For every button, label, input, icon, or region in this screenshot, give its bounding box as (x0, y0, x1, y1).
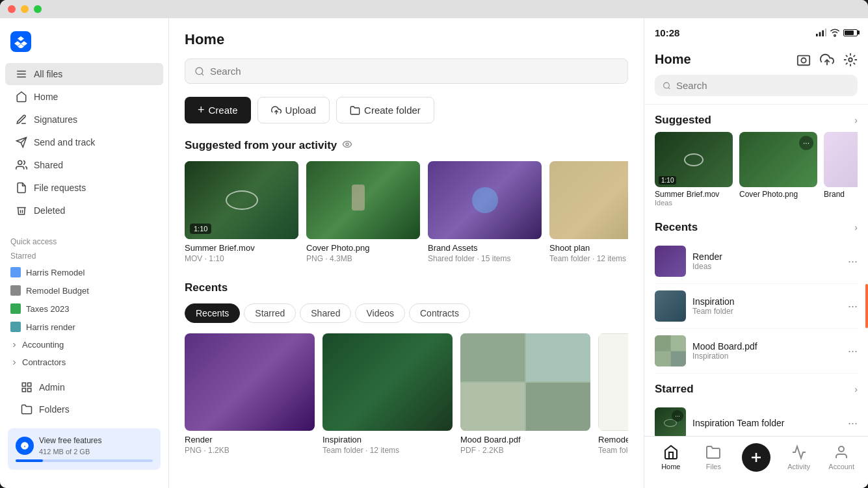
upload-icon[interactable] (820, 53, 834, 67)
mobile-file-thumb: ··· (824, 132, 858, 187)
nav-item-signatures[interactable]: Signatures (5, 109, 163, 131)
file-card-cover-photo[interactable]: Cover Photo.png PNG · 4.3MB (306, 161, 420, 263)
tab-contracts[interactable]: Contracts (409, 303, 470, 323)
nav-all-files-label: All files (34, 69, 62, 79)
more-options-button[interactable]: ··· (848, 344, 858, 358)
mobile-see-all-starred[interactable]: › (854, 384, 858, 394)
mobile-see-all-suggested[interactable]: › (854, 115, 858, 125)
tab-videos[interactable]: Videos (355, 303, 405, 323)
nav-item-send-track[interactable]: Send and track (5, 131, 163, 153)
nav-item-shared[interactable]: Shared (5, 154, 163, 176)
mobile-item-info: Render Ideas (692, 251, 841, 271)
mobile-file-card-brand[interactable]: ··· Brand (824, 132, 858, 207)
mobile-see-all-recents[interactable]: › (854, 222, 858, 233)
mobile-file-card-cover[interactable]: ··· Cover Photo.png (739, 132, 817, 207)
activity-nav-icon (791, 444, 807, 460)
mobile-list-starred[interactable]: ··· Inspiration Team folder ··· (655, 401, 858, 436)
main-content: Home + Create Upload Create folder (169, 18, 644, 488)
mobile-device: 10:28 (644, 18, 868, 488)
settings-icon[interactable] (843, 53, 858, 67)
nav-item-admin[interactable]: Admin (10, 376, 158, 398)
recent-thumbnail (322, 333, 453, 431)
svg-rect-17 (825, 29, 826, 36)
file-card-summer-brief[interactable]: 1:10 Summer Brief.mov MOV · 1:10 (185, 161, 298, 263)
nav-item-home[interactable]: Home (5, 86, 163, 108)
mobile-search-bar[interactable] (655, 75, 858, 96)
starred-item-taxes-2023[interactable]: Taxes 2023 (0, 300, 168, 318)
tab-recents[interactable]: Recents (185, 303, 240, 323)
more-options-button[interactable]: ··· (848, 417, 858, 430)
mobile-list-item-render[interactable]: Render Ideas ··· (655, 239, 858, 284)
nav-accounting[interactable]: Accounting (0, 336, 168, 353)
storage-card[interactable]: View free features 412 MB of 2 GB (8, 428, 161, 470)
more-options-button[interactable]: ··· (848, 255, 858, 268)
mobile-nav-files[interactable]: Files (697, 444, 730, 470)
mobile-filename: Brand (824, 190, 858, 199)
create-folder-button[interactable]: Create folder (336, 97, 434, 123)
mobile-nav-home-label: Home (661, 463, 680, 470)
search-bar[interactable] (185, 58, 628, 84)
mobile-item-name: Mood Board.pdf (692, 341, 841, 352)
close-button[interactable] (8, 5, 16, 13)
recent-card-mood-board[interactable]: Mood Board.pdf PDF · 2.2KB (460, 333, 590, 455)
mobile-suggested-title: Suggested (655, 114, 711, 127)
more-options-button[interactable]: ··· (799, 136, 813, 150)
nav-item-file-requests[interactable]: File requests (5, 177, 163, 199)
camera-icon[interactable] (796, 53, 811, 67)
upload-icon (271, 105, 282, 116)
eye-icon[interactable] (342, 139, 352, 152)
mobile-item-thumbnail (655, 290, 686, 322)
action-buttons: + Create Upload Create folder (185, 97, 628, 123)
create-button[interactable]: + Create (185, 97, 251, 123)
suggested-grid: 1:10 Summer Brief.mov MOV · 1:10 Cover P… (185, 161, 628, 263)
svg-rect-15 (819, 32, 821, 36)
mobile-header: Home (644, 47, 868, 105)
file-card-brand-assets[interactable]: Brand Assets Shared folder · 15 items (428, 161, 542, 263)
starred-label: Harris Remodel (26, 268, 85, 277)
recent-card-remodels[interactable]: Remodels Team folder · 38 items (598, 333, 628, 455)
mobile-suggested-scroll: 1:10 Summer Brief.mov Ideas ··· (655, 132, 858, 212)
mobile-list-item-inspiration[interactable]: Inspiration Team folder ··· (655, 284, 858, 329)
mobile-list-item-mood[interactable]: Mood Board.pdf Inspiration ··· (655, 329, 858, 374)
file-thumbnail (549, 161, 628, 239)
mobile-nav-home[interactable]: Home (655, 444, 687, 470)
more-options-button[interactable]: ··· (848, 300, 858, 313)
mobile-file-thumb: ··· (739, 132, 817, 187)
upload-button[interactable]: Upload (257, 97, 330, 123)
mobile-nav-activity[interactable]: Activity (783, 444, 815, 470)
mobile-nav-add[interactable] (740, 443, 772, 472)
recent-card-inspiration[interactable]: Inspiration Team folder · 12 items (322, 333, 453, 455)
mobile-panel: 10:28 (644, 18, 868, 488)
starred-item-remodel-budget[interactable]: Remodel Budget (0, 281, 168, 300)
plus-icon (748, 450, 764, 465)
logo[interactable] (0, 29, 168, 62)
mobile-item-info: Mood Board.pdf Inspiration (692, 341, 841, 361)
mobile-item-meta: Ideas (692, 262, 841, 271)
tab-shared[interactable]: Shared (300, 303, 351, 323)
nav-signatures-label: Signatures (34, 114, 77, 125)
nav-item-all-files[interactable]: All files (5, 63, 163, 85)
search-input[interactable] (210, 66, 618, 77)
minimize-button[interactable] (21, 5, 29, 13)
account-nav-icon (834, 444, 849, 460)
recent-thumbnail (598, 333, 628, 431)
maximize-button[interactable] (34, 5, 42, 13)
mobile-item-thumbnail (655, 335, 686, 366)
starred-item-harris-render[interactable]: Harris render (0, 318, 168, 336)
tab-starred[interactable]: Starred (244, 303, 296, 323)
file-card-shoot-plan[interactable]: Shoot plan Team folder · 12 items (549, 161, 628, 263)
recent-card-render[interactable]: Render PNG · 1.2KB (185, 333, 315, 455)
mobile-search-input[interactable] (676, 80, 850, 91)
mobile-file-card-summer[interactable]: 1:10 Summer Brief.mov Ideas (655, 132, 733, 207)
svg-rect-14 (816, 34, 818, 36)
mobile-nav-account[interactable]: Account (825, 444, 858, 470)
starred-item-harris-remodel[interactable]: Harris Remodel (0, 263, 168, 281)
nav-item-deleted[interactable]: Deleted (5, 199, 163, 222)
nav-item-folders[interactable]: Folders (10, 398, 158, 420)
mobile-starred-header: Starred › (655, 374, 858, 401)
nav-contractors[interactable]: Contractors (0, 353, 168, 371)
svg-rect-4 (28, 383, 31, 386)
starred-label: Taxes 2023 (26, 304, 70, 314)
mobile-starred-thumb: ··· (655, 407, 686, 436)
mobile-add-button[interactable] (742, 443, 770, 472)
